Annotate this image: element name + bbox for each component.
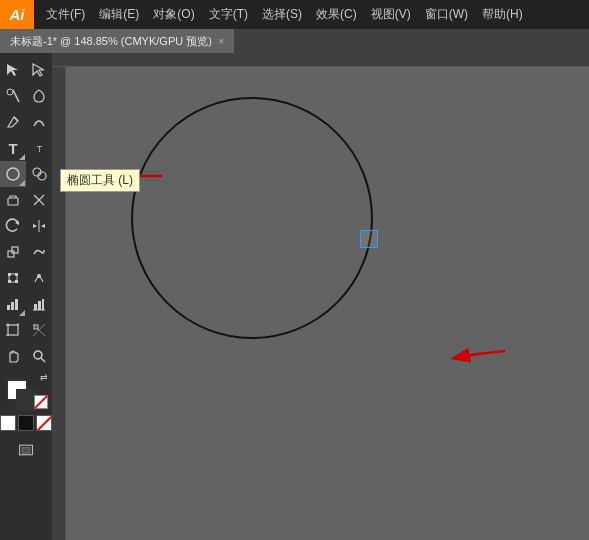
svg-rect-21	[42, 299, 44, 310]
color-fill-stroke-area: ⇄	[0, 369, 52, 413]
menu-window[interactable]: 窗口(W)	[419, 4, 474, 25]
svg-point-1	[7, 89, 13, 95]
svg-rect-13	[15, 280, 18, 283]
tab-bar: 未标题-1* @ 148.85% (CMYK/GPU 预览) ×	[0, 29, 589, 53]
tool-row-2	[0, 83, 52, 109]
svg-rect-16	[11, 302, 14, 310]
direct-selection-tool[interactable]	[26, 57, 52, 83]
svg-point-28	[34, 351, 42, 359]
rotate-tool[interactable]	[0, 213, 26, 239]
ai-logo: Ai	[0, 0, 34, 29]
color-btn-white[interactable]	[0, 415, 16, 431]
switch-fill-stroke-icon[interactable]: ⇄	[40, 372, 48, 382]
svg-point-2	[7, 168, 19, 180]
tool-row-7	[0, 213, 52, 239]
zoom-tool[interactable]	[26, 343, 52, 369]
artboard[interactable]: 椭圆工具 (L)	[52, 53, 589, 540]
selection-tool[interactable]	[0, 57, 26, 83]
tab-close-button[interactable]: ×	[218, 35, 224, 47]
tool-row-4: T ꭲ	[0, 135, 52, 161]
bottom-color-row	[0, 413, 52, 433]
tool-tooltip: 椭圆工具 (L)	[60, 169, 140, 192]
menu-view[interactable]: 视图(V)	[365, 4, 417, 25]
main-area: T ꭲ	[0, 53, 589, 540]
toolbar: T ꭲ	[0, 53, 52, 540]
tool-row-10	[0, 291, 52, 317]
svg-rect-8	[12, 247, 18, 253]
scale-tool[interactable]	[0, 239, 26, 265]
svg-rect-22	[8, 325, 18, 335]
menu-bar: 文件(F) 编辑(E) 对象(O) 文字(T) 选择(S) 效果(C) 视图(V…	[34, 0, 589, 29]
menu-help[interactable]: 帮助(H)	[476, 4, 529, 25]
lasso-tool[interactable]	[26, 83, 52, 109]
touch-type-tool[interactable]: ꭲ	[26, 135, 52, 161]
puppet-warp-tool[interactable]	[26, 265, 52, 291]
menu-object[interactable]: 对象(O)	[147, 4, 200, 25]
hand-tool[interactable]	[0, 343, 26, 369]
warp-tool[interactable]	[26, 239, 52, 265]
tool-row-1	[0, 57, 52, 83]
tab-label: 未标题-1* @ 148.85% (CMYK/GPU 预览)	[10, 34, 212, 49]
svg-rect-12	[8, 280, 11, 283]
tool-row-3	[0, 109, 52, 135]
artboard-tool[interactable]	[0, 317, 26, 343]
svg-rect-31	[22, 448, 30, 454]
left-ruler	[52, 53, 66, 540]
active-tab[interactable]: 未标题-1* @ 148.85% (CMYK/GPU 预览) ×	[0, 29, 234, 53]
svg-rect-19	[34, 304, 37, 310]
circle-container	[122, 88, 382, 348]
selection-anchor-handle[interactable]	[360, 230, 378, 248]
tool-row-11	[0, 317, 52, 343]
free-transform-tool[interactable]	[0, 265, 26, 291]
tool-row-mode	[0, 437, 52, 463]
ellipse-tool[interactable]	[0, 161, 26, 187]
top-ruler	[52, 53, 589, 67]
title-bar: Ai 文件(F) 编辑(E) 对象(O) 文字(T) 选择(S) 效果(C) 视…	[0, 0, 589, 29]
menu-effect[interactable]: 效果(C)	[310, 4, 363, 25]
annotation-arrow-handle	[440, 343, 510, 376]
svg-rect-15	[7, 305, 10, 310]
tool-row-6	[0, 187, 52, 213]
shape-builder-tool[interactable]	[26, 161, 52, 187]
menu-edit[interactable]: 编辑(E)	[93, 4, 145, 25]
screen-mode-tool[interactable]	[6, 437, 46, 463]
svg-rect-17	[15, 299, 18, 310]
tool-row-5	[0, 161, 52, 187]
reflect-tool[interactable]	[26, 213, 52, 239]
magic-wand-tool[interactable]	[0, 83, 26, 109]
main-circle[interactable]	[132, 98, 372, 338]
svg-rect-7	[8, 251, 14, 257]
column-graph-tool[interactable]	[26, 291, 52, 317]
svg-rect-10	[8, 273, 11, 276]
menu-file[interactable]: 文件(F)	[40, 4, 91, 25]
tool-row-12	[0, 343, 52, 369]
slice-tool[interactable]	[26, 317, 52, 343]
graph-tool[interactable]	[0, 291, 26, 317]
menu-text[interactable]: 文字(T)	[203, 4, 254, 25]
svg-rect-20	[38, 301, 41, 310]
color-btn-none[interactable]	[36, 415, 52, 431]
none-color-icon[interactable]	[34, 395, 48, 409]
svg-rect-11	[15, 273, 18, 276]
tool-row-8	[0, 239, 52, 265]
scissors-tool[interactable]	[26, 187, 52, 213]
pen-tool[interactable]	[0, 109, 26, 135]
color-btn-black[interactable]	[18, 415, 34, 431]
svg-point-14	[37, 274, 41, 278]
eraser-tool[interactable]	[0, 187, 26, 213]
svg-rect-5	[8, 198, 18, 205]
curvature-tool[interactable]	[26, 109, 52, 135]
svg-line-29	[41, 358, 45, 362]
svg-line-0	[13, 90, 19, 102]
tool-row-9	[0, 265, 52, 291]
type-tool[interactable]: T	[0, 135, 26, 161]
menu-select[interactable]: 选择(S)	[256, 4, 308, 25]
circle-shape	[122, 88, 382, 348]
